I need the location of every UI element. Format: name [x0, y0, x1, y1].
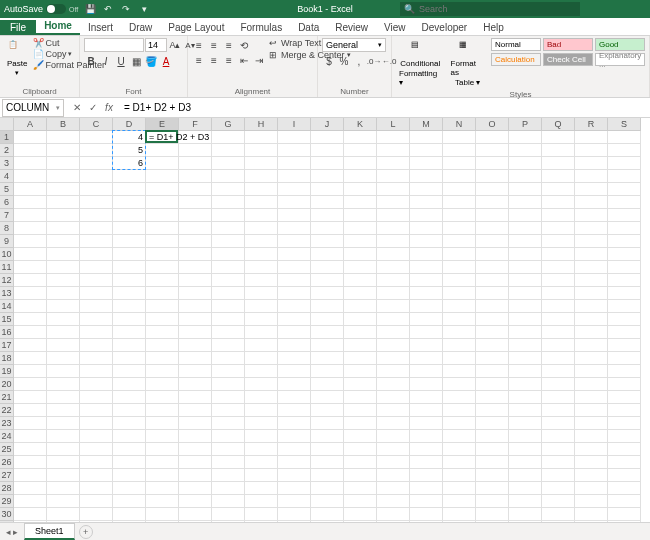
cell-C30[interactable] [80, 508, 113, 521]
cell-B30[interactable] [47, 508, 80, 521]
row-header-1[interactable]: 1 [0, 131, 14, 144]
cell-G3[interactable] [212, 157, 245, 170]
cell-B14[interactable] [47, 300, 80, 313]
cell-A4[interactable] [14, 170, 47, 183]
cell-I23[interactable] [278, 417, 311, 430]
cell-M21[interactable] [410, 391, 443, 404]
cell-A25[interactable] [14, 443, 47, 456]
cell-Q27[interactable] [542, 469, 575, 482]
cell-K12[interactable] [344, 274, 377, 287]
cell-N6[interactable] [443, 196, 476, 209]
style-normal[interactable]: Normal [491, 38, 541, 51]
cell-D24[interactable] [113, 430, 146, 443]
cell-K29[interactable] [344, 495, 377, 508]
col-header-N[interactable]: N [443, 118, 476, 131]
format-as-table-button[interactable]: ▦ Format as Table ▾ [448, 38, 488, 89]
cell-P11[interactable] [509, 261, 542, 274]
cell-L11[interactable] [377, 261, 410, 274]
cell-H27[interactable] [245, 469, 278, 482]
cell-L16[interactable] [377, 326, 410, 339]
cell-R13[interactable] [575, 287, 608, 300]
cell-K19[interactable] [344, 365, 377, 378]
cell-N22[interactable] [443, 404, 476, 417]
cell-F20[interactable] [179, 378, 212, 391]
cell-C1[interactable] [80, 131, 113, 144]
cell-J12[interactable] [311, 274, 344, 287]
cell-K16[interactable] [344, 326, 377, 339]
cell-A15[interactable] [14, 313, 47, 326]
cell-A11[interactable] [14, 261, 47, 274]
row-header-2[interactable]: 2 [0, 144, 14, 157]
cell-F19[interactable] [179, 365, 212, 378]
cell-S30[interactable] [608, 508, 641, 521]
cell-K11[interactable] [344, 261, 377, 274]
cell-K21[interactable] [344, 391, 377, 404]
cell-M10[interactable] [410, 248, 443, 261]
cell-P12[interactable] [509, 274, 542, 287]
tab-home[interactable]: Home [36, 18, 80, 35]
cell-B25[interactable] [47, 443, 80, 456]
cell-L30[interactable] [377, 508, 410, 521]
cell-J9[interactable] [311, 235, 344, 248]
cell-B9[interactable] [47, 235, 80, 248]
cell-L5[interactable] [377, 183, 410, 196]
cell-R24[interactable] [575, 430, 608, 443]
cell-H18[interactable] [245, 352, 278, 365]
accounting-format-icon[interactable]: $ [322, 54, 336, 68]
cell-J16[interactable] [311, 326, 344, 339]
cell-D19[interactable] [113, 365, 146, 378]
cell-L7[interactable] [377, 209, 410, 222]
cell-K13[interactable] [344, 287, 377, 300]
cell-R2[interactable] [575, 144, 608, 157]
align-top-icon[interactable]: ≡ [192, 38, 206, 52]
cell-N29[interactable] [443, 495, 476, 508]
col-header-C[interactable]: C [80, 118, 113, 131]
cell-R17[interactable] [575, 339, 608, 352]
cell-F17[interactable] [179, 339, 212, 352]
cell-R7[interactable] [575, 209, 608, 222]
cell-L8[interactable] [377, 222, 410, 235]
cell-I30[interactable] [278, 508, 311, 521]
row-header-3[interactable]: 3 [0, 157, 14, 170]
cell-N15[interactable] [443, 313, 476, 326]
cell-A29[interactable] [14, 495, 47, 508]
cell-N31[interactable] [443, 521, 476, 522]
increase-indent-icon[interactable]: ⇥ [252, 53, 266, 67]
cell-G8[interactable] [212, 222, 245, 235]
cell-F3[interactable] [179, 157, 212, 170]
cell-C12[interactable] [80, 274, 113, 287]
cell-S24[interactable] [608, 430, 641, 443]
cell-B19[interactable] [47, 365, 80, 378]
cell-N19[interactable] [443, 365, 476, 378]
cell-M13[interactable] [410, 287, 443, 300]
cell-F10[interactable] [179, 248, 212, 261]
cell-A17[interactable] [14, 339, 47, 352]
bold-button[interactable]: B [84, 54, 98, 68]
cell-F21[interactable] [179, 391, 212, 404]
cell-F2[interactable] [179, 144, 212, 157]
cell-B16[interactable] [47, 326, 80, 339]
cell-I25[interactable] [278, 443, 311, 456]
cell-F8[interactable] [179, 222, 212, 235]
row-header-7[interactable]: 7 [0, 209, 14, 222]
cell-S13[interactable] [608, 287, 641, 300]
cell-O3[interactable] [476, 157, 509, 170]
row-header-6[interactable]: 6 [0, 196, 14, 209]
cell-C7[interactable] [80, 209, 113, 222]
align-center-icon[interactable]: ≡ [207, 53, 221, 67]
cell-N3[interactable] [443, 157, 476, 170]
cell-S14[interactable] [608, 300, 641, 313]
cell-O27[interactable] [476, 469, 509, 482]
cell-G21[interactable] [212, 391, 245, 404]
cell-S9[interactable] [608, 235, 641, 248]
cell-Q5[interactable] [542, 183, 575, 196]
cell-F31[interactable] [179, 521, 212, 522]
cell-A8[interactable] [14, 222, 47, 235]
cell-G10[interactable] [212, 248, 245, 261]
col-header-M[interactable]: M [410, 118, 443, 131]
cell-D25[interactable] [113, 443, 146, 456]
cell-B1[interactable] [47, 131, 80, 144]
cell-E22[interactable] [146, 404, 179, 417]
cell-I3[interactable] [278, 157, 311, 170]
cell-Q11[interactable] [542, 261, 575, 274]
